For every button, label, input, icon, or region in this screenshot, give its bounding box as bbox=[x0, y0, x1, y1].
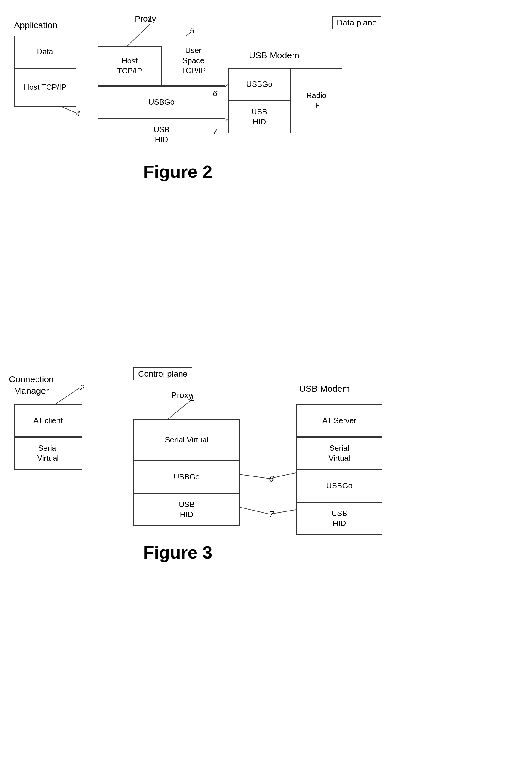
num-6-fig3: 6 bbox=[269, 474, 274, 484]
modem-radio-box: RadioIF bbox=[290, 68, 342, 133]
connection-manager-label: Connection Manager bbox=[9, 374, 54, 396]
usb-modem-label-fig3: USB Modem bbox=[299, 384, 350, 394]
num-7-fig3: 7 bbox=[269, 510, 274, 519]
num-2-fig3: 2 bbox=[80, 383, 85, 392]
diagram-container: Application Data plane Proxy USB Modem D… bbox=[0, 0, 532, 782]
cm-serial-box: SerialVirtual bbox=[14, 437, 82, 470]
proxy-serial-box: Serial Virtual bbox=[133, 419, 240, 461]
proxy-label-fig2: Proxy bbox=[135, 14, 156, 24]
modem-usbgo-box-fig3: USBGo bbox=[296, 470, 382, 502]
svg-line-0 bbox=[128, 24, 150, 46]
proxy-usbgo-box-fig2: USBGo bbox=[98, 86, 225, 118]
proxy-usb-hid-box-fig3: USBHID bbox=[133, 493, 240, 526]
figure2-title: Figure 2 bbox=[89, 162, 267, 182]
modem-usb-hid-box-fig2: USBHID bbox=[228, 101, 290, 133]
num-4-fig2: 4 bbox=[76, 109, 80, 118]
proxy-usbgo-box-fig3: USBGo bbox=[133, 461, 240, 493]
figure3-title: Figure 3 bbox=[89, 542, 267, 563]
proxy-host-tcp-box: HostTCP/IP bbox=[98, 46, 162, 86]
control-plane-label: Control plane bbox=[133, 367, 192, 381]
data-plane-label: Data plane bbox=[332, 16, 382, 29]
modem-usbgo-box-fig2: USBGo bbox=[228, 68, 290, 101]
proxy-label-fig3: Proxy bbox=[171, 391, 193, 400]
num-7-fig2: 7 bbox=[213, 127, 217, 136]
cm-at-client-box: AT client bbox=[14, 404, 82, 437]
app-data-box: Data bbox=[14, 36, 76, 68]
svg-line-8 bbox=[166, 400, 191, 421]
num-6-fig2: 6 bbox=[213, 89, 217, 98]
modem-at-server-box: AT Server bbox=[296, 404, 382, 437]
usb-modem-label-fig2: USB Modem bbox=[249, 50, 299, 61]
modem-serial-box: SerialVirtual bbox=[296, 437, 382, 470]
proxy-usb-hid-box-fig2: USBHID bbox=[98, 118, 225, 151]
proxy-user-tcp-box: UserSpaceTCP/IP bbox=[162, 36, 225, 86]
svg-line-12 bbox=[237, 507, 270, 514]
modem-usb-hid-box-fig3: USBHID bbox=[296, 502, 382, 535]
num-1-fig2: 1 bbox=[148, 14, 152, 24]
application-label: Application bbox=[14, 20, 58, 30]
num-1-fig3: 1 bbox=[190, 393, 194, 403]
app-tcp-box: Host TCP/IP bbox=[14, 68, 76, 107]
svg-line-10 bbox=[237, 474, 270, 478]
num-5-fig2: 5 bbox=[190, 26, 194, 36]
